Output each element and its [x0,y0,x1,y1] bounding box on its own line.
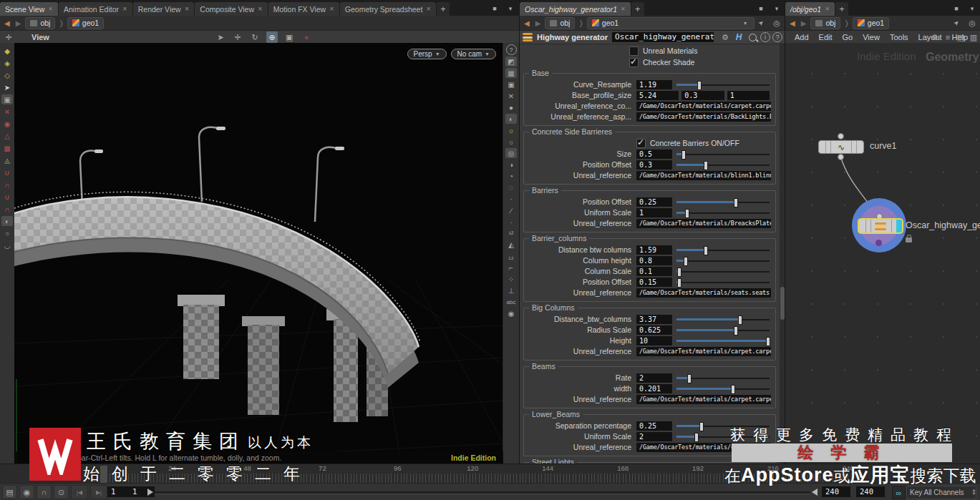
value-field[interactable]: 0.201 [636,384,672,393]
slider-handle[interactable] [677,268,681,277]
prev-keyframe-button[interactable]: |◀ [71,485,88,499]
checkbox-concrete-barriers-on-off[interactable] [636,139,646,148]
curve1-output-dot[interactable] [838,154,844,160]
list-view-icon[interactable]: ▤ [955,31,966,43]
path-field[interactable]: /Game/OscarTest/materials/blinn1.blinn1 [636,171,771,180]
tab-close-icon[interactable]: ✕ [426,6,431,12]
pane-menu-icon[interactable]: ▾ [966,3,978,14]
global-anim-options-icon[interactable]: ▤ [2,485,17,499]
start-frame-field[interactable]: 1 [107,486,130,497]
value-field[interactable]: 1.59 [636,245,672,255]
param-slider[interactable] [676,325,770,335]
corner-marks-icon[interactable]: ⌐ [505,263,517,273]
value-field[interactable]: 1.19 [636,80,672,89]
value-field[interactable]: 10 [636,336,672,345]
pane-maximize-icon[interactable]: ■ [951,3,962,14]
displacement-icon[interactable]: ◔ [505,171,517,181]
node-template-flag[interactable] [896,220,902,232]
value-field[interactable]: 0.25 [636,421,672,431]
next-keyframe-button[interactable]: ▶| [90,485,107,499]
value-field[interactable]: 3.37 [636,315,672,324]
tab-motion-fx-view[interactable]: Motion FX View✕ [268,2,339,16]
path-field[interactable]: /Game/OscarTest/materials/carpet.carpet [636,395,771,404]
value-field[interactable]: 0.8 [636,256,672,265]
point-markers-icon[interactable]: ∙ [505,217,517,227]
magnet-grid-icon[interactable]: ∩ [1,204,13,214]
slider-handle[interactable] [685,209,689,218]
slider-handle[interactable] [699,422,704,431]
path-field[interactable]: /Game/OscarTest/materials/seats.seats [636,288,771,298]
node-name-field[interactable]: Oscar_highway_generator1 [612,32,714,42]
breadcrumb-geo1[interactable]: geo1 [67,17,104,29]
view-tool-icon[interactable]: ⊕ [266,31,278,43]
gear-menu-icon[interactable]: ⚙ [719,31,731,43]
checkbox-unreal-materials[interactable] [629,46,639,56]
search-icon[interactable] [747,31,758,43]
particle-sprites-icon[interactable]: ⁘ [505,274,517,284]
pane-maximize-icon[interactable]: ■ [755,3,767,14]
pane-menu-icon[interactable]: ▾ [771,3,782,14]
slider-handle[interactable] [731,385,735,394]
tab-close-icon[interactable]: ✕ [185,6,190,12]
viewport-canvas[interactable]: Persp▼ No cam▼ [14,43,503,464]
audio-options-icon[interactable]: ◉ [19,485,34,499]
forward-arrow-icon[interactable]: ▶ [534,19,543,27]
checkbox-checker-shade[interactable] [629,58,639,67]
menu-tools[interactable]: Tools [885,33,913,41]
magnet-edges-icon[interactable]: ∩ [1,180,13,190]
hq-lighting-icon[interactable]: ◎ [505,148,517,158]
slider-handle[interactable] [677,278,681,288]
scene-lights-icon[interactable]: ☼ [505,137,517,147]
shelf-objects-icon[interactable]: ◆ [1,46,13,56]
global-end-frame-field[interactable]: 240 [856,486,885,497]
end-frame-field[interactable]: 240 [822,486,850,497]
param-slider[interactable] [676,80,770,89]
select-arrow-icon[interactable]: ➤ [1,82,13,92]
motion-path-icon[interactable]: ∩ [37,485,52,499]
tab-close-icon[interactable]: ✕ [825,6,830,12]
menu-edit[interactable]: Edit [814,33,838,41]
magnet-points-icon[interactable]: ∪ [1,167,13,177]
tab-render-view[interactable]: Render View✕ [133,2,195,16]
camera-select-menu[interactable]: No cam▼ [451,49,496,59]
shelf-dynamics-icon[interactable]: ◇ [1,70,13,80]
range-start-handle[interactable] [147,489,153,496]
forward-arrow-icon[interactable]: ▶ [800,19,808,27]
param-slider[interactable] [676,160,770,170]
secure-selection-lock-icon[interactable]: ▣ [1,94,13,104]
param-slider[interactable] [676,267,770,276]
breadcrumb-obj[interactable]: obj [25,17,55,29]
network-canvas[interactable]: Indie Edition Geometry ∿ curve1 Oscar_hi… [785,43,980,464]
info-icon[interactable]: i [760,32,770,42]
onion-skin-icon[interactable]: ◌ [505,182,517,192]
headlight-icon[interactable]: ☼ [505,125,517,135]
breadcrumb-geo1[interactable]: geo1 [587,17,755,29]
slider-handle[interactable] [687,374,692,383]
param-slider[interactable] [676,373,770,383]
slider-handle[interactable] [738,315,742,325]
pin-icon[interactable]: ➤ [949,15,965,31]
background-image-icon[interactable]: ▦ [505,68,517,78]
visualizers-icon[interactable]: ◉ [505,308,517,318]
persp-view-menu[interactable]: Persp▼ [407,49,447,59]
tab-close-icon[interactable]: ✕ [122,6,127,12]
snapshot-icon[interactable]: ▣ [283,31,295,43]
houdini-engine-icon[interactable]: H [733,31,744,43]
value-field[interactable]: 0.625 [636,325,672,335]
path-dropdown-icon[interactable]: ▾ [739,17,751,29]
column-view-icon[interactable]: ▥ [968,31,979,43]
radial-menu-icon[interactable]: ◎ [771,17,782,29]
forward-arrow-icon[interactable]: ▶ [14,19,23,27]
slider-handle[interactable] [697,81,702,90]
snap-grid-icon[interactable]: ▦ [1,143,13,153]
radial-menu-icon[interactable]: ◎ [966,17,978,29]
select-tool-icon[interactable]: ➤ [215,31,226,43]
display-points-icon[interactable]: · [505,194,517,204]
ghost-objects-icon[interactable]: ✕ [505,91,517,101]
text-display-icon[interactable]: abc [505,297,517,307]
slider-handle[interactable] [694,433,699,442]
frame-range-slider[interactable] [155,491,810,494]
back-arrow-icon[interactable]: ◀ [788,19,797,27]
value-field[interactable]: 1 [636,208,672,217]
shelf-particles-icon[interactable]: ◈ [1,58,13,68]
